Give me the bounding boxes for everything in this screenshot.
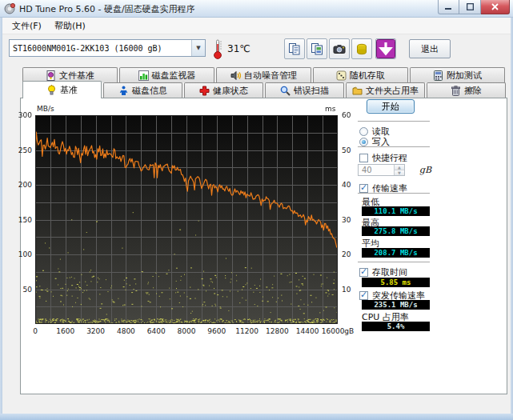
axis-tick-label: 60 [342,111,366,119]
axis-tick-label: 8000 [178,327,196,335]
trash-icon [451,86,461,96]
app-icon [4,2,16,14]
axis-tick-label: 11200 [235,327,259,335]
folder-icon [352,86,363,96]
write-radio[interactable] [359,138,368,146]
axis-tick-label: 200 [10,181,32,189]
tab-随机存取[interactable]: 随机存取 [313,67,408,82]
copy-image-icon [311,42,323,55]
read-radio[interactable] [359,127,368,136]
access-time-label: 存取时间 [372,266,407,278]
axis-tick-label: 0 [33,327,38,335]
calc-icon [433,70,443,81]
access-time-row: 存取时间 [359,266,407,278]
speaker-icon [230,70,241,81]
chevron-down-icon[interactable]: ▼ [191,40,205,56]
window-border-bottom [0,414,513,420]
tab-错误扫描[interactable]: 错误扫描 [265,82,344,98]
separator [358,262,430,262]
copy-image-button[interactable] [307,38,327,59]
separator [358,193,430,194]
tab-健康状态[interactable]: 健康状态 [184,82,263,98]
thermometer-icon [212,38,223,60]
bulb-icon [46,85,57,95]
burst-rate-checkbox[interactable] [359,291,368,300]
access-time-value: 5.85 ms [362,278,430,287]
access-time-checkbox[interactable] [359,268,368,277]
update-arrow-icon [376,39,395,58]
hdtune-window: HD Tune Pro 5.60 - 硬盘/固态硬盘实用程序 文件(F) 帮助(… [0,0,513,420]
shortstroke-unit-label: gB [419,165,431,175]
axis-tick-label: 14400 [296,327,319,335]
info-icon [118,86,129,96]
axis-tick-label: 250 [10,146,32,154]
axis-tick-label: 1600 [56,327,74,335]
axis-tick-label: 9600 [207,327,226,335]
axis-tick-label: 50 [10,286,32,294]
max-value: 275.8 MB/s [362,226,430,236]
tab-擦除[interactable]: 擦除 [427,82,506,98]
separator [358,146,430,147]
start-button[interactable]: 开始 [367,99,415,114]
tab-附加测试[interactable]: 附加测试 [410,67,505,82]
camera-icon [333,42,346,55]
burst-rate-value: 235.1 MB/s [362,300,430,310]
check-updates-button[interactable] [375,38,396,59]
axis-tick-label: 4800 [117,327,135,335]
axis-tick-label: 150 [10,216,32,224]
close-button[interactable] [481,0,510,14]
titlebar: HD Tune Pro 5.60 - 硬盘/固态硬盘实用程序 [0,0,513,18]
menubar: 文件(F) 帮助(H) [2,18,511,34]
shortstroke-size-input[interactable]: 40 ▲▼ [358,164,405,176]
maximize-button[interactable] [459,0,481,14]
shortstroke-stepper[interactable]: ▲▼ [394,165,404,175]
temperature-value: 31℃ [227,43,250,54]
tab-磁盘监视器[interactable]: 磁盘监视器 [119,67,214,82]
shortstroke-checkbox[interactable] [359,154,368,162]
drive-select[interactable]: ST16000NM001G-2KK103 (16000 gB) ▼ [9,39,206,57]
min-value: 110.1 MB/s [362,206,430,216]
screenshot-button[interactable] [329,38,350,59]
exit-button[interactable]: 退出 [409,39,451,58]
tab-基准[interactable]: 基准 [22,81,102,98]
axis-tick-label: 300 [10,111,32,119]
tab-自动噪音管理[interactable]: 自动噪音管理 [216,67,311,82]
drive-select-value: ST16000NM001G-2KK103 (16000 gB) [10,44,191,53]
avg-value: 208.7 MB/s [362,248,430,258]
toolbar: ST16000NM001G-2KK103 (16000 gB) ▼ 31℃ 退出 [2,34,511,67]
axis-tick-label: MB/s [37,105,54,113]
separator [358,121,430,122]
tab-磁盘信息[interactable]: 磁盘信息 [103,82,182,98]
cpu-usage-value: 5.4% [362,322,430,331]
menu-help[interactable]: 帮助(H) [48,18,92,34]
copy-text-icon [288,42,301,55]
magnifier-icon [280,86,291,96]
benchmark-chart [35,115,338,324]
copy-text-button[interactable] [284,38,305,59]
page-bulb-icon [46,70,56,81]
save-results-button[interactable] [351,38,372,59]
shortstroke-size-value: 40 [359,165,394,175]
minimize-button[interactable] [438,0,459,14]
window-title: HD Tune Pro 5.60 - 硬盘/固态硬盘实用程序 [19,3,195,15]
shortstroke-label: 快捷行程 [372,152,407,164]
window-border-left [0,18,2,414]
axis-tick-label: 6400 [147,327,166,335]
monitor-bars-icon [138,70,149,81]
shortstroke-row: 快捷行程 [359,152,407,164]
axis-tick-label: 16000gB [322,327,355,335]
window-controls [438,0,510,14]
axis-tick-label: 100 [10,250,32,258]
tab-文件夹占用率[interactable]: 文件夹占用率 [346,82,425,98]
menu-file[interactable]: 文件(F) [6,18,48,34]
axis-tick-label: ms [325,105,335,113]
save-icon [355,42,368,55]
axis-tick-label: 3200 [86,327,105,335]
transfer-rate-checkbox[interactable] [359,184,368,193]
dice-icon [336,70,347,81]
red-cross-icon [199,86,210,96]
axis-tick-label: 12800 [266,327,289,335]
